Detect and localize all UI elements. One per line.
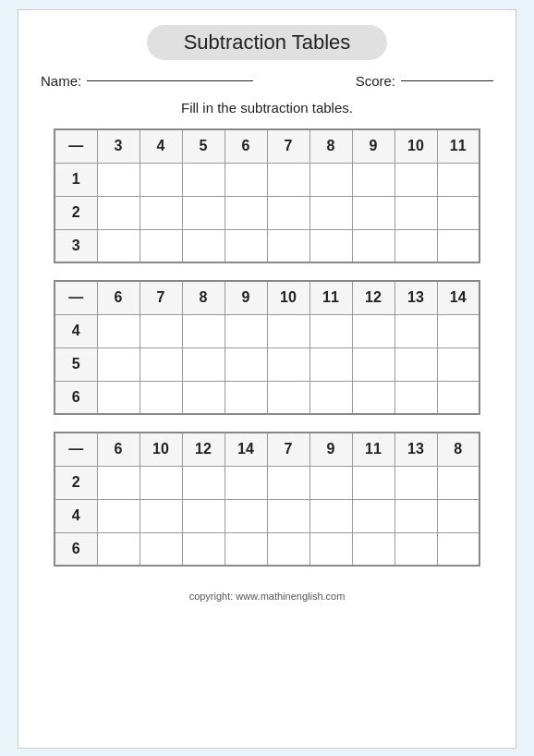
answer-cell[interactable] xyxy=(352,314,394,348)
answer-cell[interactable] xyxy=(225,532,267,566)
answer-cell[interactable] xyxy=(267,348,309,381)
answer-cell[interactable] xyxy=(394,499,437,532)
row-header-cell: 1 xyxy=(55,163,97,196)
answer-cell[interactable] xyxy=(394,163,437,196)
answer-cell[interactable] xyxy=(225,196,267,229)
answer-cell[interactable] xyxy=(352,196,394,229)
answer-cell[interactable] xyxy=(182,466,225,499)
answer-cell[interactable] xyxy=(97,348,140,381)
answer-cell[interactable] xyxy=(309,314,352,348)
col-header-cell: 14 xyxy=(437,281,479,314)
table3-section: —61012147911138246 xyxy=(41,432,493,567)
name-score-row: Name: Score: xyxy=(41,73,493,89)
answer-cell[interactable] xyxy=(225,229,267,262)
answer-cell[interactable] xyxy=(182,348,225,381)
answer-cell[interactable] xyxy=(97,499,140,532)
answer-cell[interactable] xyxy=(140,532,182,566)
answer-cell[interactable] xyxy=(267,532,309,566)
answer-cell[interactable] xyxy=(352,466,394,499)
col-header-cell: 8 xyxy=(309,129,352,163)
col-header-cell: 11 xyxy=(437,129,479,163)
answer-cell[interactable] xyxy=(437,466,479,499)
answer-cell[interactable] xyxy=(225,163,267,196)
answer-cell[interactable] xyxy=(267,499,309,532)
answer-cell[interactable] xyxy=(97,466,140,499)
col-header-cell: 3 xyxy=(97,129,140,163)
answer-cell[interactable] xyxy=(225,348,267,381)
answer-cell[interactable] xyxy=(140,348,182,381)
answer-cell[interactable] xyxy=(267,163,309,196)
answer-cell[interactable] xyxy=(309,532,352,566)
answer-cell[interactable] xyxy=(97,532,140,566)
answer-cell[interactable] xyxy=(267,314,309,348)
answer-cell[interactable] xyxy=(182,381,225,414)
answer-cell[interactable] xyxy=(394,314,437,348)
answer-cell[interactable] xyxy=(97,163,140,196)
answer-cell[interactable] xyxy=(309,163,352,196)
answer-cell[interactable] xyxy=(97,196,140,229)
answer-cell[interactable] xyxy=(394,196,437,229)
row-header-cell: 5 xyxy=(55,348,97,381)
answer-cell[interactable] xyxy=(267,381,309,414)
answer-cell[interactable] xyxy=(352,381,394,414)
answer-cell[interactable] xyxy=(394,532,437,566)
score-underline xyxy=(401,80,493,81)
answer-cell[interactable] xyxy=(437,499,479,532)
answer-cell[interactable] xyxy=(352,163,394,196)
answer-cell[interactable] xyxy=(437,163,479,196)
answer-cell[interactable] xyxy=(225,499,267,532)
answer-cell[interactable] xyxy=(352,229,394,262)
row-header-cell: 4 xyxy=(55,314,97,348)
answer-cell[interactable] xyxy=(309,196,352,229)
answer-cell[interactable] xyxy=(225,381,267,414)
answer-cell[interactable] xyxy=(267,229,309,262)
answer-cell[interactable] xyxy=(140,196,182,229)
instruction-text: Fill in the subtraction tables. xyxy=(181,100,353,116)
answer-cell[interactable] xyxy=(394,381,437,414)
answer-cell[interactable] xyxy=(437,314,479,348)
table1: —34567891011123 xyxy=(54,128,480,263)
answer-cell[interactable] xyxy=(267,196,309,229)
table2-section: —67891011121314456 xyxy=(41,280,493,415)
title-box: Subtraction Tables xyxy=(147,25,388,60)
answer-cell[interactable] xyxy=(437,348,479,381)
col-header-cell: 13 xyxy=(394,433,437,466)
answer-cell[interactable] xyxy=(182,163,225,196)
answer-cell[interactable] xyxy=(140,466,182,499)
answer-cell[interactable] xyxy=(437,229,479,262)
answer-cell[interactable] xyxy=(309,348,352,381)
answer-cell[interactable] xyxy=(309,229,352,262)
answer-cell[interactable] xyxy=(97,229,140,262)
answer-cell[interactable] xyxy=(352,532,394,566)
answer-cell[interactable] xyxy=(309,466,352,499)
answer-cell[interactable] xyxy=(140,381,182,414)
operator-cell: — xyxy=(55,433,97,466)
answer-cell[interactable] xyxy=(140,163,182,196)
answer-cell[interactable] xyxy=(182,314,225,348)
answer-cell[interactable] xyxy=(309,499,352,532)
answer-cell[interactable] xyxy=(97,381,140,414)
answer-cell[interactable] xyxy=(140,314,182,348)
answer-cell[interactable] xyxy=(352,499,394,532)
answer-cell[interactable] xyxy=(437,196,479,229)
answer-cell[interactable] xyxy=(140,229,182,262)
answer-cell[interactable] xyxy=(267,466,309,499)
answer-cell[interactable] xyxy=(140,499,182,532)
answer-cell[interactable] xyxy=(182,532,225,566)
answer-cell[interactable] xyxy=(225,314,267,348)
answer-cell[interactable] xyxy=(352,348,394,381)
answer-cell[interactable] xyxy=(437,532,479,566)
col-header-cell: 8 xyxy=(182,281,225,314)
answer-cell[interactable] xyxy=(394,229,437,262)
answer-cell[interactable] xyxy=(97,314,140,348)
table-row: 5 xyxy=(55,348,479,381)
answer-cell[interactable] xyxy=(182,499,225,532)
row-header-cell: 6 xyxy=(55,381,97,414)
answer-cell[interactable] xyxy=(309,381,352,414)
answer-cell[interactable] xyxy=(182,229,225,262)
answer-cell[interactable] xyxy=(394,466,437,499)
answer-cell[interactable] xyxy=(182,196,225,229)
answer-cell[interactable] xyxy=(225,466,267,499)
answer-cell[interactable] xyxy=(437,381,479,414)
answer-cell[interactable] xyxy=(394,348,437,381)
